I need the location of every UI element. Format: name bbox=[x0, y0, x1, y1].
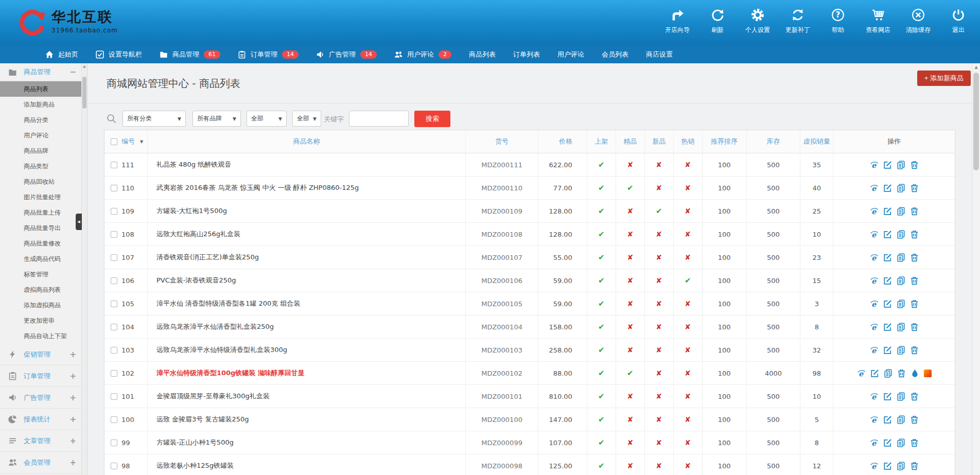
header-action-个人设置[interactable]: 个人设置 bbox=[744, 7, 771, 34]
edit-icon[interactable] bbox=[883, 276, 892, 285]
collapse-icon[interactable]: − bbox=[69, 67, 76, 77]
row-checkbox[interactable] bbox=[111, 301, 117, 307]
theme-icon[interactable] bbox=[924, 370, 932, 377]
add-product-button[interactable]: + 添加新商品 bbox=[917, 71, 971, 86]
page-scrollbar-thumb[interactable] bbox=[973, 73, 979, 170]
expand-icon[interactable]: + bbox=[69, 458, 76, 467]
delete-icon[interactable] bbox=[910, 392, 919, 401]
preview-icon[interactable]: e bbox=[870, 161, 879, 169]
preview-icon[interactable]: e bbox=[870, 300, 879, 308]
copy-icon[interactable] bbox=[897, 323, 905, 331]
nav-item-会员列表[interactable]: 会员列表 bbox=[602, 50, 628, 59]
cross-icon[interactable]: ✘ bbox=[656, 415, 662, 424]
product-name[interactable]: 清香铁观音(消正工艺)单盒装250g bbox=[156, 253, 259, 262]
cross-icon[interactable]: ✘ bbox=[627, 253, 633, 261]
header-action-刷新[interactable]: 刷新 bbox=[704, 7, 731, 34]
check-icon[interactable]: ✔ bbox=[598, 322, 605, 331]
check-icon[interactable]: ✔ bbox=[598, 230, 605, 239]
row-checkbox[interactable] bbox=[111, 463, 117, 469]
copy-icon[interactable] bbox=[897, 462, 905, 470]
preview-icon[interactable]: e bbox=[870, 438, 879, 447]
nav-item-设置导航栏[interactable]: 设置导航栏 bbox=[96, 50, 142, 59]
cross-icon[interactable]: ✘ bbox=[627, 207, 633, 215]
cross-icon[interactable]: ✘ bbox=[656, 346, 662, 354]
copy-icon[interactable] bbox=[897, 253, 905, 262]
cross-icon[interactable]: ✘ bbox=[627, 415, 633, 424]
sidebar-item-商品批量导出[interactable]: 商品批量导出 bbox=[0, 220, 81, 236]
sidebar-section-header-订单管理[interactable]: 订单管理+ bbox=[0, 365, 81, 387]
cross-icon[interactable]: ✘ bbox=[627, 392, 633, 400]
expand-icon[interactable]: + bbox=[69, 372, 76, 381]
cross-icon[interactable]: ✘ bbox=[627, 230, 633, 238]
edit-icon[interactable] bbox=[883, 207, 892, 216]
row-checkbox[interactable] bbox=[111, 370, 117, 377]
header-action-开店向导[interactable]: 开店向导 bbox=[664, 7, 691, 34]
row-checkbox[interactable] bbox=[111, 185, 117, 191]
col-label-id[interactable]: 编号 bbox=[121, 137, 135, 146]
sidebar-item-虚拟商品列表[interactable]: 虚拟商品列表 bbox=[0, 282, 81, 297]
delete-icon[interactable] bbox=[897, 369, 906, 378]
edit-icon[interactable] bbox=[883, 438, 892, 447]
check-icon[interactable]: ✔ bbox=[598, 276, 605, 285]
product-name[interactable]: 远致乌龙茶漳平水仙清香型礼盒装250g bbox=[156, 322, 274, 331]
check-icon[interactable]: ✔ bbox=[598, 253, 605, 262]
cross-icon[interactable]: ✘ bbox=[685, 346, 691, 354]
category-filter-select[interactable]: 所有分类 ▼ bbox=[122, 111, 186, 127]
cross-icon[interactable]: ✘ bbox=[627, 346, 633, 354]
copy-icon[interactable] bbox=[897, 161, 905, 169]
sidebar-item-商品分类[interactable]: 商品分类 bbox=[0, 112, 81, 128]
sidebar-section-header-促销管理[interactable]: 促销管理+ bbox=[0, 344, 81, 365]
delete-icon[interactable] bbox=[910, 253, 919, 262]
page-scrollbar[interactable]: ▲ bbox=[972, 63, 980, 475]
preview-icon[interactable]: e bbox=[857, 369, 866, 378]
header-action-帮助[interactable]: ?帮助 bbox=[825, 7, 851, 34]
edit-icon[interactable] bbox=[870, 369, 879, 378]
preview-icon[interactable]: e bbox=[870, 323, 879, 331]
sidebar-item-标签管理[interactable]: 标签管理 bbox=[0, 267, 81, 282]
sidebar-item-用户评论[interactable]: 用户评论 bbox=[0, 128, 81, 143]
keyword-input[interactable] bbox=[349, 111, 409, 127]
sidebar-collapse-handle[interactable]: ◀ bbox=[76, 214, 82, 230]
nav-item-广告管理[interactable]: 广告管理14 bbox=[316, 50, 377, 59]
expand-icon[interactable]: + bbox=[69, 350, 76, 359]
check-icon[interactable]: ✔ bbox=[598, 183, 605, 192]
product-name[interactable]: 远致老枞小种125g铁罐装 bbox=[156, 461, 234, 470]
copy-icon[interactable] bbox=[897, 207, 905, 216]
sidebar-scrollbar-thumb[interactable] bbox=[82, 77, 86, 109]
nav-item-商店设置[interactable]: 商店设置 bbox=[646, 50, 673, 59]
nav-item-订单管理[interactable]: 订单管理14 bbox=[238, 50, 299, 59]
sidebar-item-图片批量处理[interactable]: 图片批量处理 bbox=[0, 189, 81, 205]
product-name[interactable]: 远致 金骏眉3号 复古罐装250g bbox=[156, 415, 249, 424]
nav-item-用户评论[interactable]: 用户评论2 bbox=[394, 50, 451, 59]
cross-icon[interactable]: ✘ bbox=[685, 392, 691, 400]
preview-icon[interactable]: e bbox=[870, 392, 879, 401]
check-icon[interactable]: ✔ bbox=[598, 160, 605, 169]
copy-icon[interactable] bbox=[897, 346, 905, 355]
select-all-checkbox[interactable] bbox=[111, 138, 117, 145]
cross-icon[interactable]: ✘ bbox=[685, 184, 691, 192]
preview-icon[interactable]: e bbox=[870, 184, 879, 192]
cross-icon[interactable]: ✘ bbox=[656, 253, 662, 261]
nav-item-订单列表[interactable]: 订单列表 bbox=[513, 50, 540, 59]
delete-icon[interactable] bbox=[910, 462, 919, 470]
cross-icon[interactable]: ✘ bbox=[656, 230, 662, 238]
sidebar-item-商品品牌[interactable]: 商品品牌 bbox=[0, 143, 81, 159]
sidebar-scrollbar[interactable]: ▲ bbox=[81, 63, 87, 475]
cross-icon[interactable]: ✘ bbox=[685, 415, 691, 424]
preview-icon[interactable]: e bbox=[870, 462, 879, 470]
expand-icon[interactable]: + bbox=[69, 436, 76, 446]
row-checkbox[interactable] bbox=[111, 324, 117, 330]
sidebar-item-商品批量修改[interactable]: 商品批量修改 bbox=[0, 236, 81, 251]
page-scroll-up-icon[interactable]: ▲ bbox=[972, 65, 980, 69]
cross-icon[interactable]: ✘ bbox=[685, 253, 691, 261]
cross-icon[interactable]: ✘ bbox=[656, 462, 662, 470]
edit-icon[interactable] bbox=[883, 462, 892, 470]
row-checkbox[interactable] bbox=[111, 254, 117, 261]
cross-icon[interactable]: ✘ bbox=[685, 438, 691, 447]
status-filter-select[interactable]: 全部 ▼ bbox=[247, 111, 287, 127]
sidebar-item-商品批量上传[interactable]: 商品批量上传 bbox=[0, 205, 81, 220]
product-name[interactable]: 礼品茶 480g 纸醉铁观音 bbox=[156, 160, 231, 169]
cross-icon[interactable]: ✘ bbox=[656, 323, 662, 331]
product-name[interactable]: 漳平水仙 清香型特级清香型各1罐 200克 组合装 bbox=[156, 299, 300, 308]
copy-icon[interactable] bbox=[897, 300, 905, 308]
